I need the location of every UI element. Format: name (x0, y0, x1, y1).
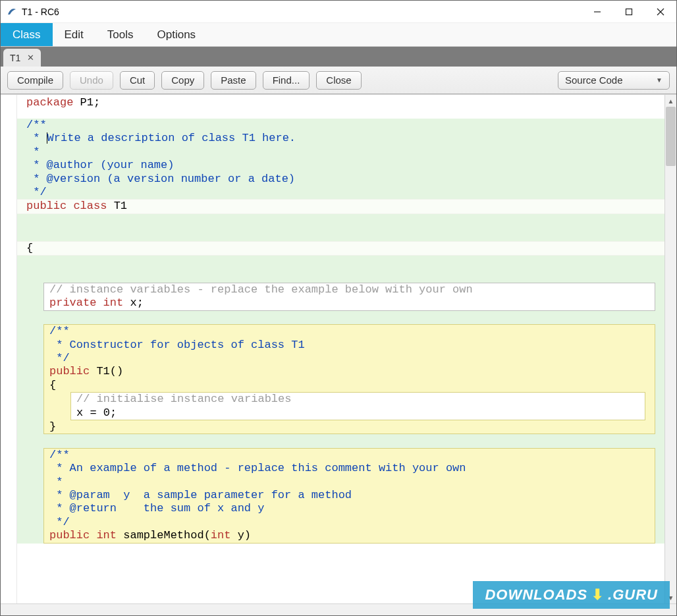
watermark-icon: ⬇ (591, 586, 604, 603)
tab-label: T1 (10, 53, 20, 63)
menu-class[interactable]: Class (1, 23, 53, 46)
titlebar: T1 - RC6 (1, 1, 676, 23)
tab-t1[interactable]: T1 ✕ (3, 49, 41, 67)
maximize-button[interactable] (613, 1, 645, 22)
chevron-down-icon: ▼ (656, 76, 663, 84)
svg-rect-1 (626, 9, 632, 14)
tab-close-icon[interactable]: ✕ (26, 53, 36, 63)
menu-tools[interactable]: Tools (95, 23, 146, 46)
close-button[interactable]: Close (316, 71, 361, 90)
compile-button[interactable]: Compile (7, 71, 63, 90)
scroll-up-icon[interactable]: ▲ (665, 95, 676, 107)
scroll-thumb[interactable] (666, 107, 676, 166)
app-icon (6, 6, 18, 18)
cut-button[interactable]: Cut (120, 71, 155, 90)
find-button[interactable]: Find... (263, 71, 310, 90)
view-selector-label: Source Code (565, 74, 623, 86)
copy-button[interactable]: Copy (161, 71, 204, 90)
undo-button[interactable]: Undo (70, 71, 113, 90)
toolbar: Compile Undo Cut Copy Paste Find... Clos… (1, 67, 676, 94)
view-selector[interactable]: Source Code ▼ (558, 71, 670, 90)
minimize-button[interactable] (582, 1, 613, 22)
tabbar: T1 ✕ (1, 47, 676, 67)
menubar: Class Edit Tools Options (1, 23, 676, 47)
code-editor[interactable]: package P1; /** * Write a description of… (1, 95, 664, 603)
menu-edit[interactable]: Edit (53, 23, 95, 46)
watermark-left: DOWNLOADS (485, 586, 587, 603)
watermark: DOWNLOADS⬇.GURU (473, 581, 670, 609)
vertical-scrollbar[interactable]: ▲ ▼ (664, 95, 676, 603)
paste-button[interactable]: Paste (211, 71, 256, 90)
watermark-right: .GURU (608, 586, 658, 603)
menu-options[interactable]: Options (146, 23, 208, 46)
window-title: T1 - RC6 (22, 7, 59, 17)
close-window-button[interactable] (645, 1, 676, 22)
